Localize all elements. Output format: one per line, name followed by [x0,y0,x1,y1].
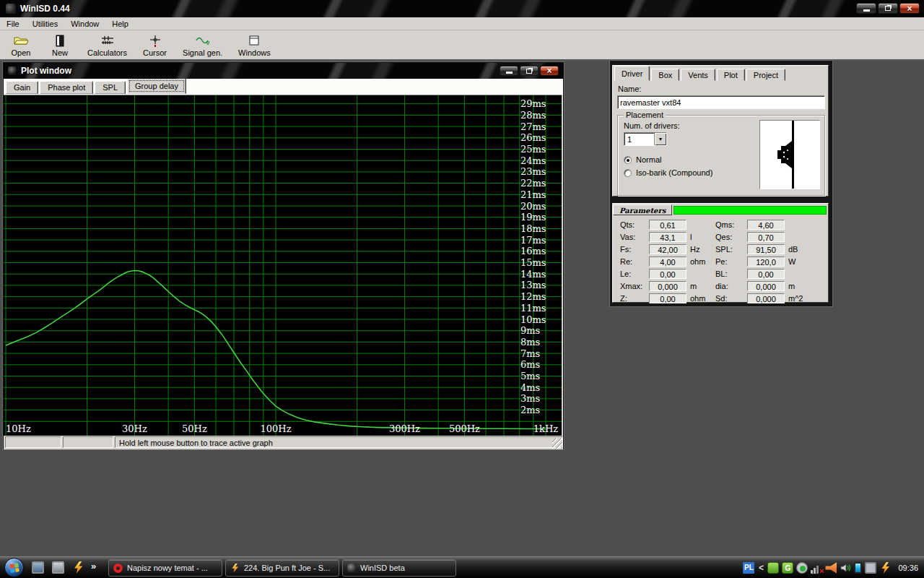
parameters-panel: Parameters Qts: 0,61 Qms: 4,60 Vas: 43,1… [612,203,829,303]
speaker-volume-icon[interactable] [840,562,851,574]
resize-grip[interactable] [552,439,562,449]
svg-text:26ms: 26ms [520,132,546,143]
window-title: WinISD 0.44 [20,4,70,14]
radio-button-icon [624,156,632,164]
winamp-icon[interactable] [72,561,84,574]
windows-logo-icon [9,563,19,573]
language-indicator[interactable]: PL [743,562,754,574]
param-field-re[interactable]: 4,00 [649,256,687,267]
open-button[interactable]: Open [4,33,38,59]
minimize-button[interactable] [856,3,876,14]
status-panel [63,436,113,448]
num-of-drivers-label: Num. of drivers: [624,121,680,130]
tray-collapse-icon[interactable]: < [757,562,764,574]
task-opera[interactable]: Napisz nowy temat - ... [108,559,222,577]
tab-project[interactable]: Project [746,69,785,81]
signal-gen-button[interactable]: Signal gen. [178,33,227,59]
plot-minimize-button[interactable] [500,66,518,76]
tab-phase-plot[interactable]: Phase plot [40,81,93,94]
param-field-pe[interactable]: 120,0 [747,256,785,267]
param-field-spl[interactable]: 91,50 [747,244,785,254]
tab-box[interactable]: Box [651,69,679,81]
cursor-button[interactable]: Cursor [138,33,172,59]
plot-close-button[interactable]: × [540,66,559,76]
network-disconnected-icon[interactable]: × [811,562,822,574]
driver-name-label: Name: [618,85,824,93]
param-field-le[interactable]: 0,00 [649,269,687,279]
param-field-qes[interactable]: 0,70 [747,232,785,242]
param-field-qts[interactable]: 0,61 [649,220,687,230]
plot-canvas[interactable]: 2ms3ms4ms5ms6ms7ms8ms9ms10ms11ms12ms13ms… [4,95,562,436]
placement-groupbox: Placement Num. of drivers: 1 ▼ Normal [617,115,825,196]
svg-text:21ms: 21ms [520,189,546,200]
driver-tabs: Driver Box Vents Plot Project [613,66,828,81]
task-winisd[interactable]: WinISD beta [342,559,456,577]
param-label-vas: Vas: [620,233,649,241]
horn-volume-icon[interactable] [825,562,837,574]
tab-group-delay[interactable]: Group delay [127,78,186,94]
param-field-z[interactable]: 0,00 [649,293,687,303]
svg-text:17ms: 17ms [520,235,546,246]
placement-legend: Placement [624,111,666,119]
open-folder-icon [13,33,29,48]
driver-name-input[interactable]: ravemaster vxt84 [617,95,825,109]
svg-text:18ms: 18ms [520,223,546,234]
task-winamp[interactable]: 224. Big Pun ft Joe - S... [225,559,339,577]
param-field-dia[interactable]: 0,000 [747,281,785,291]
menu-help[interactable]: Help [105,18,135,30]
clock[interactable]: 09:36 [898,564,918,572]
cursor-crosshair-icon [149,33,162,48]
svg-text:13ms: 13ms [520,280,546,290]
winamp-tray-icon[interactable] [879,562,891,574]
winamp-icon [230,564,240,573]
param-label-qts: Qts: [620,220,649,229]
param-label-pe: Pe: [715,257,747,266]
window-controls: × [856,3,920,14]
plot-window-titlebar[interactable]: Plot window × [4,63,563,79]
my-computer-icon[interactable] [52,561,64,574]
parameters-progress-bar [674,206,827,215]
num-of-drivers-select[interactable]: 1 ▼ [624,132,667,146]
menu-bar: File Utilities Window Help [0,17,924,30]
tab-gain[interactable]: Gain [6,81,38,94]
quicklaunch-overflow-icon[interactable]: » [91,561,96,571]
tab-vents[interactable]: Vents [681,69,715,81]
start-button[interactable] [4,558,24,577]
param-field-fs[interactable]: 42,00 [649,244,687,254]
dropdown-button[interactable]: ▼ [654,133,666,145]
param-field-vas[interactable]: 43,1 [649,232,687,242]
calculators-button[interactable]: Calculators [82,33,132,59]
gadu-gadu-icon[interactable]: G [782,562,793,574]
svg-text:12ms: 12ms [520,291,546,302]
param-field-bl[interactable]: 0,00 [747,269,785,279]
desktop-screen: WinISD 0.44 × File Utilities Window Help… [0,0,924,578]
tab-plot[interactable]: Plot [717,69,745,81]
windows-button[interactable]: Windows [233,33,276,59]
menu-window[interactable]: Window [64,18,105,30]
param-field-sd[interactable]: 0,000 [747,293,785,303]
tab-driver[interactable]: Driver [614,66,650,81]
antivirus-status-icon[interactable] [796,562,808,574]
new-button[interactable]: New [43,33,77,59]
status-panel [5,436,61,448]
close-button[interactable]: × [899,3,920,14]
plot-restore-button[interactable] [520,66,539,76]
param-field-qms[interactable]: 4,60 [747,220,785,230]
svg-text:4ms: 4ms [520,382,540,393]
menu-file[interactable]: File [0,18,26,30]
plot-tabs: Gain Phase plot SPL Group delay [4,79,563,95]
menu-utilities[interactable]: Utilities [26,18,64,30]
parameters-tab[interactable]: Parameters [613,204,672,215]
svg-text:23ms: 23ms [520,166,546,177]
battery-icon[interactable] [854,562,862,574]
messenger-icon[interactable] [767,562,779,574]
display-icon[interactable] [865,562,876,574]
opera-icon [113,564,123,573]
tab-spl[interactable]: SPL [95,81,126,94]
main-titlebar[interactable]: WinISD 0.44 × [0,0,924,17]
param-label-qms: Qms: [715,220,747,229]
radio-button-icon [624,169,632,177]
param-field-xmax[interactable]: 0,000 [649,281,687,291]
restore-button[interactable] [878,3,898,14]
show-desktop-icon[interactable] [32,561,44,574]
